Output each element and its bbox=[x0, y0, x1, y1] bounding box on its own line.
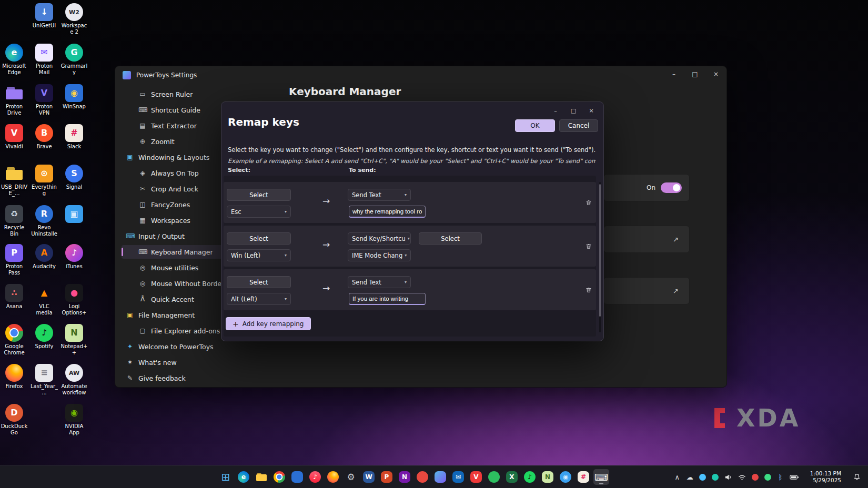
external-link-icon[interactable]: ↗ bbox=[670, 235, 682, 244]
desktop-icon-proton-mail[interactable]: ✉Proton Mail bbox=[31, 44, 58, 76]
add-key-remapping-button[interactable]: +Add key remapping bbox=[226, 317, 311, 330]
desktop-icon-duckduckgo[interactable]: DDuckDuckGo bbox=[1, 404, 28, 436]
select-key-button[interactable]: Select bbox=[227, 232, 291, 245]
taskbar-media-red-icon[interactable] bbox=[415, 469, 430, 485]
external-link-icon[interactable]: ↗ bbox=[670, 287, 682, 296]
select-key-button[interactable]: Select bbox=[227, 276, 291, 288]
delete-remapping-button[interactable] bbox=[582, 283, 595, 296]
taskbar-file-explorer-icon[interactable] bbox=[254, 469, 269, 485]
select-key-button[interactable]: Select bbox=[227, 189, 291, 201]
sidebar-item-welcome-to-powertoys[interactable]: ✦Welcome to PowerToys bbox=[122, 340, 277, 353]
tray-app-green-icon[interactable] bbox=[764, 474, 771, 481]
key-dropdown[interactable]: Alt (Left)▾ bbox=[227, 293, 291, 305]
desktop-icon-audacity[interactable]: AAudacity bbox=[31, 244, 58, 270]
winsnap-icon: ◉ bbox=[65, 84, 83, 102]
cancel-button[interactable]: Cancel bbox=[559, 119, 598, 132]
sidebar-item-whats-new[interactable]: ✶What's new bbox=[122, 355, 277, 369]
sidebar-item-screen-ruler[interactable]: ▭Screen Ruler bbox=[122, 87, 277, 101]
tray-volume-icon[interactable] bbox=[724, 473, 732, 481]
tray-app-blue-icon[interactable] bbox=[699, 474, 706, 481]
tray-network-icon[interactable] bbox=[738, 473, 746, 481]
desktop-icon-revo-uninstaller[interactable]: RRevo Uninstaller bbox=[31, 205, 58, 237]
desktop-icon-media-tool[interactable]: ▣ bbox=[60, 205, 88, 225]
desktop-icon-winsnap[interactable]: ◉WinSnap bbox=[60, 84, 88, 110]
taskbar-outlook-icon[interactable]: ✉ bbox=[450, 469, 466, 485]
tray-battery-icon[interactable] bbox=[790, 474, 799, 480]
send-text-input[interactable] bbox=[349, 293, 426, 305]
desktop-icon-proton-vpn[interactable]: VProton VPN bbox=[31, 84, 58, 116]
delete-remapping-button[interactable] bbox=[582, 196, 595, 209]
taskbar-vivaldi-icon[interactable]: V bbox=[468, 469, 484, 485]
desktop-icon-recycle-bin[interactable]: ♻Recycle Bin bbox=[1, 205, 28, 237]
dialog-minimize-button[interactable]: – bbox=[547, 104, 564, 117]
desktop-icon-nvidia-app[interactable]: ◉NVIDIA App bbox=[60, 404, 88, 436]
action-dropdown[interactable]: Send Text▾ bbox=[348, 276, 411, 288]
taskbar-settings-icon[interactable]: ⚙ bbox=[343, 469, 359, 485]
taskbar-powerpoint-icon[interactable]: P bbox=[379, 469, 395, 485]
taskbar-word-icon[interactable]: W bbox=[361, 469, 377, 485]
taskbar-clock[interactable]: 1:00:13 PM 5/29/2025 bbox=[807, 470, 844, 484]
desktop-icon-brave[interactable]: BBrave bbox=[31, 124, 58, 150]
desktop-icon-last-year-file[interactable]: ≡Last_Year_... bbox=[31, 364, 58, 396]
taskbar-keyboard-manager-icon[interactable]: ⌨ bbox=[593, 469, 609, 485]
delete-remapping-button[interactable] bbox=[582, 240, 595, 252]
desktop-icon-asana[interactable]: ∴Asana bbox=[1, 284, 28, 310]
close-button[interactable]: × bbox=[705, 66, 726, 82]
tray-app-red-icon[interactable] bbox=[752, 474, 759, 481]
dialog-close-button[interactable]: × bbox=[582, 104, 600, 117]
minimize-button[interactable]: – bbox=[663, 66, 684, 82]
taskbar-apple-music-icon[interactable]: ♪ bbox=[307, 469, 323, 485]
shortcut-select-button[interactable]: Select bbox=[419, 232, 482, 245]
taskbar-slack-icon[interactable]: # bbox=[576, 469, 591, 485]
taskbar-app-green-icon[interactable] bbox=[486, 469, 502, 485]
desktop-icon-grammarly[interactable]: GGrammarly bbox=[60, 44, 88, 76]
desktop-icon-everything[interactable]: ⊙Everything bbox=[31, 165, 58, 197]
taskbar-onenote-icon[interactable]: N bbox=[397, 469, 412, 485]
tray-onedrive-icon[interactable]: ☁ bbox=[687, 473, 693, 481]
taskbar-firefox-icon[interactable] bbox=[325, 469, 341, 485]
taskbar-photos-icon[interactable]: ◉ bbox=[558, 469, 573, 485]
taskbar-excel-icon[interactable]: X bbox=[504, 469, 520, 485]
taskbar-notepad-plus-plus-icon[interactable]: N bbox=[540, 469, 556, 485]
tray-chevron-up-icon[interactable]: ∧ bbox=[674, 473, 681, 481]
taskbar-start-icon[interactable]: ⊞ bbox=[218, 469, 234, 485]
key-dropdown[interactable]: Win (Left)▾ bbox=[227, 249, 291, 261]
ok-button[interactable]: OK bbox=[515, 119, 555, 132]
desktop-icon-notepad-plus-plus[interactable]: NNotepad++ bbox=[60, 324, 88, 356]
desktop-icon-spotify[interactable]: ♪Spotify bbox=[31, 324, 58, 350]
desktop-icon-automate-workflow[interactable]: AWAutomate workflow bbox=[60, 364, 88, 396]
desktop-icon-microsoft-edge[interactable]: eMicrosoft Edge bbox=[1, 44, 28, 76]
desktop-icon-slack[interactable]: #Slack bbox=[60, 124, 88, 150]
notification-bell-icon[interactable] bbox=[850, 473, 864, 481]
send-text-input[interactable] bbox=[349, 206, 426, 218]
desktop-icon-usb-drive[interactable]: USB_DRIVE_... bbox=[1, 165, 28, 197]
action-dropdown[interactable]: Send Text▾ bbox=[348, 189, 411, 201]
desktop-icon-firefox[interactable]: Firefox bbox=[1, 364, 28, 390]
tray-app-teal-icon[interactable] bbox=[712, 474, 719, 481]
desktop-icon-workspace-2[interactable]: W2Workspace 2 bbox=[60, 3, 88, 35]
desktop-icon-unigetui[interactable]: ↓UniGetUI bbox=[31, 3, 58, 29]
desktop-icon-vlc[interactable]: ▲VLC media player bbox=[31, 284, 58, 316]
taskbar-chrome-icon[interactable] bbox=[271, 469, 287, 485]
dialog-scrollbar[interactable] bbox=[599, 182, 601, 332]
maximize-button[interactable]: □ bbox=[684, 66, 705, 82]
desktop-icon-proton-pass[interactable]: PProton Pass bbox=[1, 244, 28, 276]
scrollbar-thumb[interactable] bbox=[599, 184, 601, 317]
action-dropdown[interactable]: Send Key/Shortcu▾ bbox=[348, 232, 411, 245]
sidebar-item-give-feedback[interactable]: ✎Give feedback bbox=[122, 371, 277, 385]
desktop-icon-vivaldi[interactable]: VVivaldi bbox=[1, 124, 28, 150]
taskbar-powertoys-icon[interactable] bbox=[432, 469, 448, 485]
taskbar-spotify-icon[interactable]: ♪ bbox=[522, 469, 538, 485]
desktop-icon-google-chrome[interactable]: Google Chrome bbox=[1, 324, 28, 356]
desktop-icon-signal[interactable]: SSignal bbox=[60, 165, 88, 190]
tray-bluetooth-icon[interactable]: ᛒ bbox=[777, 473, 784, 481]
desktop-icon-logi-options[interactable]: ●Logi Options+ bbox=[60, 284, 88, 316]
taskbar-edge-icon[interactable]: e bbox=[236, 469, 251, 485]
taskbar-microsoft-store-icon[interactable] bbox=[289, 469, 305, 485]
enable-toggle[interactable] bbox=[661, 182, 682, 193]
desktop-icon-proton-drive[interactable]: Proton Drive bbox=[1, 84, 28, 116]
dialog-maximize-button[interactable]: □ bbox=[564, 104, 582, 117]
key-dropdown[interactable]: Esc▾ bbox=[227, 206, 291, 218]
desktop-icon-itunes[interactable]: ♪iTunes bbox=[60, 244, 88, 270]
value-dropdown[interactable]: IME Mode Chang▾ bbox=[348, 249, 411, 261]
